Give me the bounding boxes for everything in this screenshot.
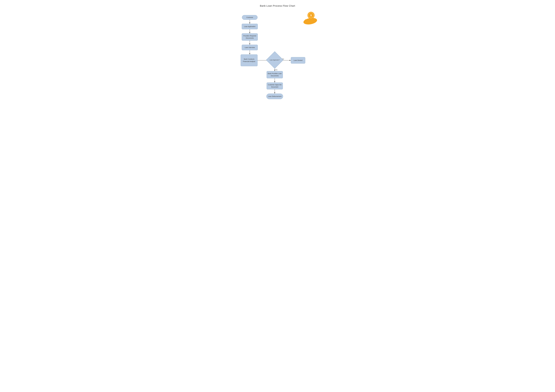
loan-disbursement-node: Loan Disbursement	[266, 93, 283, 99]
bank-analysis-node: Bank Conducts Financial Analysis	[241, 54, 257, 66]
provides-documents-node: Provides Required Documents	[242, 33, 258, 41]
loan-disbursement-label: Loan Disbursement	[268, 95, 281, 97]
customer-signs-node: Customer Signs the Document	[267, 83, 283, 89]
page-title: Bank Loan Process Flow Chart	[227, 4, 328, 7]
loan-application-node: Loan Application	[242, 24, 258, 29]
money-hand-icon: $	[302, 11, 319, 25]
svg-text:$: $	[310, 14, 312, 17]
loan-application-label: Loan Application	[244, 26, 256, 27]
loan-approved-diamond: Loan Approved ?	[266, 51, 283, 69]
flowchart-area: $ No Yes	[227, 11, 328, 110]
page-container: Bank Loan Process Flow Chart $	[227, 4, 328, 110]
svg-text:Yes: Yes	[275, 69, 278, 71]
bank-analysis-label: Bank Conducts Financial Analysis	[241, 58, 257, 63]
loan-interview-label: Loan Interview	[245, 47, 255, 48]
provides-documents-label: Provides Required Documents	[242, 35, 258, 39]
customer-node: Customer	[242, 15, 257, 20]
customer-label: Customer	[246, 16, 253, 18]
loan-denied-label: Loan Denied	[294, 59, 302, 61]
loan-approved-label: Loan Approved ?	[270, 59, 280, 61]
customer-signs-label: Customer Signs the Document	[267, 84, 283, 88]
bank-provides-docs-node: Bank Provides Loan Documents	[267, 71, 283, 78]
loan-interview-node: Loan Interview	[242, 45, 258, 50]
loan-denied-node: Loan Denied	[291, 57, 305, 64]
bank-provides-docs-label: Bank Provides Loan Documents	[267, 72, 283, 77]
